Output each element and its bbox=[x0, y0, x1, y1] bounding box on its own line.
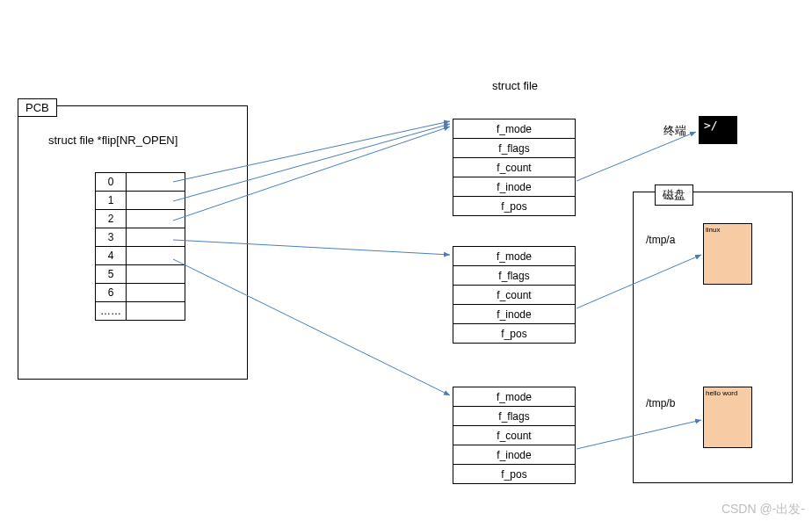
sf-field: f_count bbox=[453, 426, 576, 445]
sf-field: f_flags bbox=[453, 407, 576, 426]
fd-index: 4 bbox=[96, 247, 127, 265]
disk-tab: 磁盘 bbox=[655, 185, 693, 206]
disk-tab-label: 磁盘 bbox=[663, 188, 685, 201]
fd-slot bbox=[127, 247, 185, 265]
fd-index: …… bbox=[96, 302, 127, 321]
sf-field: f_flags bbox=[453, 139, 576, 158]
fd-slot bbox=[127, 192, 185, 210]
disk-file-a: linux bbox=[703, 223, 752, 285]
fd-slot bbox=[127, 265, 185, 284]
fd-slot bbox=[127, 210, 185, 228]
struct-file-2: f_mode f_flags f_count f_inode f_pos bbox=[453, 246, 576, 344]
sf-field: f_flags bbox=[453, 266, 576, 286]
terminal-prompt: >/ bbox=[704, 119, 718, 132]
sf-field: f_pos bbox=[453, 324, 576, 344]
pcb-tab: PCB bbox=[18, 98, 57, 117]
watermark: CSDN @-出发- bbox=[721, 502, 805, 517]
sf-field: f_inode bbox=[453, 305, 576, 324]
sf-field: f_mode bbox=[453, 387, 576, 407]
terminal-box: >/ bbox=[699, 116, 737, 144]
sf-field: f_pos bbox=[453, 197, 576, 216]
svg-line-5 bbox=[576, 132, 696, 181]
terminal-label: 终端 bbox=[663, 123, 686, 139]
disk-file-path-a: /tmp/a bbox=[646, 234, 675, 246]
fd-slot bbox=[127, 228, 185, 247]
fd-index: 5 bbox=[96, 265, 127, 284]
sf-field: f_count bbox=[453, 286, 576, 305]
pcb-tab-label: PCB bbox=[25, 101, 49, 114]
sf-field: f_inode bbox=[453, 445, 576, 465]
struct-file-header: struct file bbox=[492, 79, 538, 92]
disk-file-b-content: hello word bbox=[706, 389, 737, 397]
sf-field: f_pos bbox=[453, 465, 576, 484]
fd-slot bbox=[127, 284, 185, 302]
fd-slot bbox=[127, 173, 185, 192]
fd-index: 1 bbox=[96, 192, 127, 210]
disk-file-path-b: /tmp/b bbox=[646, 397, 675, 409]
sf-field: f_inode bbox=[453, 177, 576, 197]
pcb-caption: struct file *flip[NR_OPEN] bbox=[48, 134, 178, 147]
sf-field: f_mode bbox=[453, 247, 576, 266]
fd-slot bbox=[127, 302, 185, 321]
disk-file-b: hello word bbox=[703, 387, 752, 448]
fd-index: 0 bbox=[96, 173, 127, 192]
disk-file-a-content: linux bbox=[706, 226, 720, 234]
fd-index: 6 bbox=[96, 284, 127, 302]
sf-field: f_count bbox=[453, 158, 576, 177]
struct-file-3: f_mode f_flags f_count f_inode f_pos bbox=[453, 387, 576, 484]
fd-index: 3 bbox=[96, 228, 127, 247]
fd-index: 2 bbox=[96, 210, 127, 228]
sf-field: f_mode bbox=[453, 119, 576, 139]
fd-table: 0 1 2 3 4 5 6 …… bbox=[95, 172, 185, 321]
struct-file-1: f_mode f_flags f_count f_inode f_pos bbox=[453, 119, 576, 216]
